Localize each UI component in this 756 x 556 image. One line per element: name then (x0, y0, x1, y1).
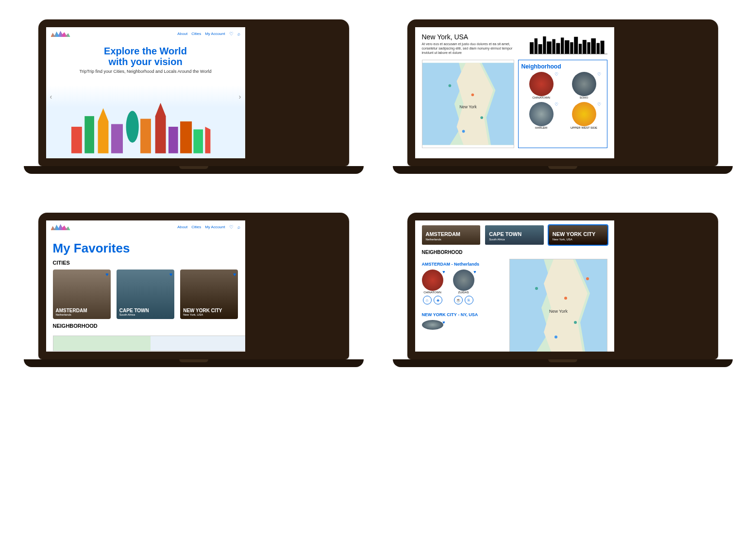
nav-cities[interactable]: Cities (191, 225, 201, 229)
svg-point-41 (574, 321, 577, 324)
nav-cities[interactable]: Cities (191, 32, 201, 36)
heart-icon[interactable]: ♥ (169, 271, 173, 277)
city-bar-item[interactable]: NEW YORK CITYNew York, USA (549, 225, 607, 245)
nav-account[interactable]: My Account (205, 225, 225, 229)
heart-icon[interactable]: ♥ (473, 270, 476, 274)
svg-rect-15 (547, 41, 552, 54)
neighborhood-item[interactable]: ♡ CHINATOWN (521, 72, 561, 99)
nav-account[interactable]: My Account (205, 32, 225, 36)
city-card[interactable]: ♥ AMSTERDAMNetherlands (53, 270, 111, 319)
hero-heading: Explore the Worldwith your vision (56, 46, 235, 67)
action-icon[interactable]: ⌂ (423, 296, 432, 304)
svg-rect-21 (574, 37, 578, 54)
neighborhood-item[interactable]: ♡ SOHO (564, 72, 604, 99)
city-bar-item[interactable]: AMSTERDAMNetherlands (422, 225, 481, 245)
heart-icon[interactable]: ♥ (442, 270, 445, 274)
svg-rect-12 (534, 38, 537, 54)
svg-rect-23 (582, 40, 586, 54)
heart-icon[interactable]: ♥ (233, 271, 236, 277)
svg-rect-25 (591, 38, 596, 54)
svg-rect-24 (587, 42, 590, 54)
search-icon[interactable]: ⌕ (237, 224, 240, 230)
svg-point-32 (471, 94, 474, 97)
heart-icon[interactable]: ♡ (229, 224, 234, 230)
neighborhood-panel: Neighborhood ♡ CHINATOWN ♡ SOHO (518, 60, 607, 148)
svg-rect-0 (71, 127, 82, 153)
carousel-next-icon[interactable]: › (239, 93, 241, 101)
svg-point-39 (535, 287, 538, 290)
mockup-favorites-detail: AMSTERDAMNetherlands CAPE TOWNSouth Afri… (407, 213, 718, 367)
city-map[interactable]: New York (422, 60, 514, 148)
svg-rect-14 (543, 36, 546, 54)
svg-rect-16 (552, 39, 555, 54)
svg-rect-8 (180, 121, 192, 153)
city-card[interactable]: ♥ CAPE TOWNSouth Africa (117, 270, 174, 319)
action-icon[interactable]: ◈ (434, 296, 442, 304)
svg-rect-5 (140, 119, 151, 153)
svg-marker-6 (155, 103, 166, 153)
svg-text:New York: New York (549, 309, 568, 314)
neighborhood-item[interactable]: ♡ HARLEM (521, 102, 561, 129)
svg-point-4 (126, 111, 138, 143)
svg-point-34 (462, 130, 465, 133)
svg-point-40 (564, 297, 567, 300)
svg-rect-18 (561, 37, 564, 54)
logo-icon (51, 30, 70, 37)
heart-icon[interactable]: ♡ (229, 31, 234, 36)
neighborhood-item[interactable]: ♥ ZUIDAS ☕ ⎘ (453, 270, 474, 304)
svg-marker-2 (98, 108, 108, 153)
svg-rect-22 (578, 44, 581, 54)
carousel-prev-icon[interactable]: ‹ (50, 93, 52, 101)
heart-icon[interactable]: ♡ (597, 72, 601, 77)
svg-rect-26 (596, 43, 599, 54)
hero-illustration (46, 85, 245, 158)
map-preview[interactable] (53, 336, 245, 351)
heart-icon[interactable]: ♥ (105, 271, 109, 277)
page-title: My Favorites (53, 241, 238, 256)
svg-rect-1 (84, 116, 94, 153)
svg-rect-7 (168, 127, 178, 153)
svg-rect-27 (600, 41, 604, 54)
svg-rect-11 (530, 42, 534, 54)
group-title: NEW YORK CITY - NY, USA (422, 312, 504, 317)
svg-point-33 (480, 117, 483, 119)
nav-about[interactable]: About (177, 32, 187, 36)
hero-subtext: TripTrip find your Cities, Neighborhood … (56, 69, 235, 74)
svg-rect-13 (538, 44, 542, 54)
svg-point-42 (554, 336, 557, 338)
city-description: At vero eos et accusam et justo duo dolo… (422, 42, 519, 55)
group-title: AMSTERDAM - Netherlands (422, 262, 504, 267)
heart-icon[interactable]: ♡ (554, 72, 558, 77)
neighborhood-item[interactable]: ♥ CHINATOWN ⌂ ◈ (422, 270, 443, 304)
heart-icon[interactable]: ♡ (554, 102, 558, 107)
svg-point-43 (586, 277, 589, 280)
heart-icon[interactable]: ♡ (597, 102, 601, 107)
neighborhood-heading: NEIGHBORHOOD (422, 250, 607, 255)
svg-rect-36 (151, 336, 245, 351)
neighborhood-heading: NEIGHBORHOOD (53, 323, 238, 329)
nav-about[interactable]: About (177, 225, 187, 229)
svg-rect-17 (556, 43, 560, 54)
search-icon[interactable]: ⌕ (237, 31, 240, 36)
cities-heading: CITIES (53, 260, 238, 266)
heart-icon[interactable]: ♥ (442, 320, 445, 325)
svg-rect-9 (193, 129, 203, 153)
city-skyline-icon (530, 32, 607, 56)
action-icon[interactable]: ☕ (454, 296, 463, 304)
mockup-city-detail: New York, USA At vero eos et accusam et … (407, 19, 718, 174)
city-card[interactable]: ♥ NEW YORK CITYNew York, USA (180, 270, 238, 319)
svg-rect-19 (565, 40, 570, 54)
city-bar-item[interactable]: CAPE TOWNSouth Africa (485, 225, 544, 245)
mockup-home: About Cities My Account ♡ ⌕ Explore the … (38, 19, 349, 174)
svg-rect-20 (570, 42, 573, 54)
neighborhood-item[interactable]: ♥ (422, 320, 443, 330)
mockup-favorites: About Cities My Account ♡ ⌕ My Favorites… (38, 213, 349, 367)
neighborhood-item[interactable]: ♡ UPPER WEST SIDE (564, 102, 604, 129)
svg-text:New York: New York (459, 105, 477, 110)
city-map[interactable]: New York (509, 259, 607, 352)
svg-point-31 (448, 84, 451, 87)
svg-rect-3 (111, 124, 122, 153)
action-icon[interactable]: ⎘ (465, 296, 473, 304)
svg-marker-10 (205, 127, 210, 153)
neighborhood-heading: Neighborhood (521, 63, 604, 70)
